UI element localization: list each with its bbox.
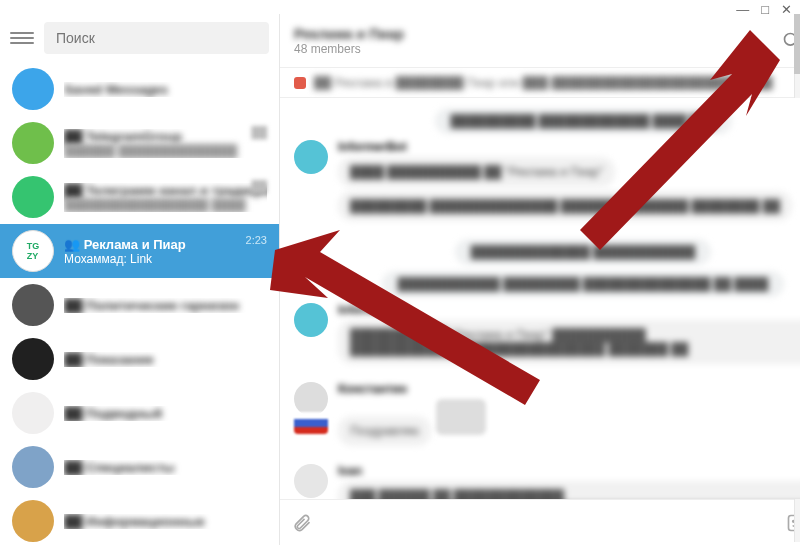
- message-bubble: █████████ ██ "Реклама и Пиар" ██████████…: [338, 320, 800, 364]
- chat-item-preview: ██████ ██████████████: [64, 144, 267, 158]
- chat-list-item[interactable]: ██ Специалисты: [0, 440, 279, 494]
- chat-list-item[interactable]: TGZY Реклама и Пиар Мохаммад: Link 2:23: [0, 224, 279, 278]
- chat-header: Реклама и Пиар 48 members: [280, 14, 800, 68]
- avatar: [12, 68, 54, 110]
- system-message: ██████████████ ████████████: [455, 239, 711, 265]
- chat-item-preview: █████████████████ ████: [64, 198, 267, 212]
- avatar: [294, 382, 328, 416]
- message-row: InformerBot █████████ ██ "Реклама и Пиар…: [294, 303, 800, 368]
- pin-badge-icon: [294, 77, 306, 89]
- chat-item-title: ██ Подводный: [64, 406, 267, 421]
- avatar: [12, 500, 54, 542]
- chat-list-item[interactable]: ██ Подводный: [0, 386, 279, 440]
- message-bubble: █████████ ███████████████ ██████████████…: [338, 191, 792, 221]
- chat-item-title: ██ Телеграмм канал и традиции: [64, 183, 267, 198]
- message-composer: [280, 499, 800, 545]
- message-bubble: ████ ███████████ ██ "Реклама и Пиар": [338, 157, 615, 187]
- chat-list-item[interactable]: Saved Messages: [0, 62, 279, 116]
- message-sender: InformerBot: [338, 140, 800, 154]
- window-controls: — □ ✕: [736, 0, 800, 18]
- avatar: [12, 122, 54, 164]
- avatar: [294, 464, 328, 498]
- chat-item-time: ██: [251, 126, 267, 138]
- chat-item-title: ██ Информационные: [64, 514, 267, 529]
- attach-icon[interactable]: [292, 513, 312, 533]
- avatar: [12, 176, 54, 218]
- chat-list-item[interactable]: ██ Телеграмм канал и традиции ██████████…: [0, 170, 279, 224]
- minimize-button[interactable]: —: [736, 2, 749, 18]
- chat-item-title: Реклама и Пиар: [64, 237, 267, 252]
- main-panel: Реклама и Пиар 48 members ██ Реклама в █…: [280, 14, 800, 545]
- message-list: ██████████ █████████████ ████ ███ Inform…: [280, 98, 800, 499]
- pinned-message-bar[interactable]: ██ Реклама в ████████ Пиар или ███ █████…: [280, 68, 800, 98]
- chat-item-title: ██ Политические гарнизон: [64, 298, 267, 313]
- chat-list-item[interactable]: ██ Политические гарнизон: [0, 278, 279, 332]
- avatar: [294, 303, 328, 337]
- message-row: InformerBot ████ ███████████ ██ "Реклама…: [294, 140, 800, 225]
- message-sender: InformerBot: [338, 303, 800, 317]
- chat-list: Saved Messages ██ TelegramGroup ██████ █…: [0, 62, 279, 545]
- avatar: [294, 140, 328, 174]
- chat-list-item[interactable]: ██ TelegramGroup ██████ ██████████████ █…: [0, 116, 279, 170]
- pinned-text: ██ Реклама в ████████ Пиар или ███ █████…: [314, 76, 800, 90]
- message-sender: Константин: [338, 382, 800, 396]
- message-bubble: ███ ██████ ██ █████████████ ████████████…: [338, 481, 800, 499]
- system-message: ██████████ █████████████ ████ ███: [435, 108, 732, 134]
- chat-title[interactable]: Реклама и Пиар: [294, 26, 404, 42]
- chat-subtitle: 48 members: [294, 42, 404, 56]
- avatar: [12, 284, 54, 326]
- chat-item-time: ██: [251, 180, 267, 192]
- maximize-button[interactable]: □: [761, 2, 769, 18]
- system-message: ████████████ █████████ ███████████████ █…: [382, 271, 784, 297]
- hamburger-menu-button[interactable]: [10, 26, 34, 50]
- avatar: [12, 338, 54, 380]
- chat-list-item[interactable]: ██ Показание: [0, 332, 279, 386]
- message-sender: Ivan: [338, 464, 800, 478]
- avatar: [12, 392, 54, 434]
- message-row: Ivan ███ ██████ ██ █████████████ ███████…: [294, 464, 800, 499]
- close-button[interactable]: ✕: [781, 2, 792, 18]
- avatar: [12, 446, 54, 488]
- chat-item-time: 2:23: [246, 234, 267, 246]
- avatar: TGZY: [12, 230, 54, 272]
- chat-list-item[interactable]: ██ Информационные: [0, 494, 279, 545]
- sidebar: Saved Messages ██ TelegramGroup ██████ █…: [0, 14, 280, 545]
- search-input[interactable]: [44, 22, 269, 54]
- chat-item-title: ██ Специалисты: [64, 460, 267, 475]
- scrollbar-thumb[interactable]: [794, 14, 800, 74]
- attachment-thumbnail[interactable]: [436, 399, 486, 435]
- chat-item-title: Saved Messages: [64, 82, 267, 97]
- chat-item-preview: Мохаммад: Link: [64, 252, 267, 266]
- message-row: Константин Поздравляю: [294, 382, 800, 450]
- chat-item-title: ██ TelegramGroup: [64, 129, 267, 144]
- chat-item-title: ██ Показание: [64, 352, 267, 367]
- message-bubble: Поздравляю: [338, 416, 431, 446]
- flag-icon: [294, 412, 328, 434]
